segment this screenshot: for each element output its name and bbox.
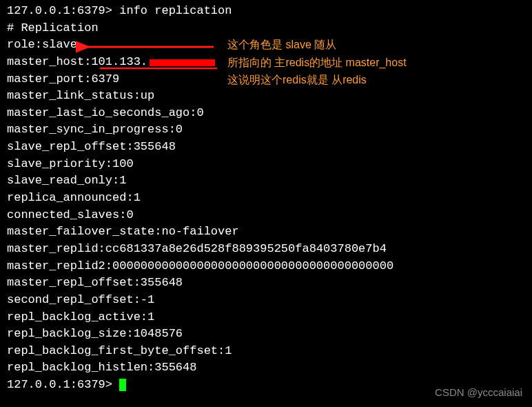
terminal-line: repl_backlog_first_byte_offset:1 [7,343,525,360]
command-text: info replication [119,4,232,17]
prompt: 127.0.0.1:6379> [7,378,119,391]
annotation-line: 这说明这个redis就是 从redis [227,71,407,89]
terminal-line: repl_backlog_active:1 [7,309,525,326]
annotation-line: 所指向的 主redis的地址 master_host [227,54,407,72]
watermark-text: CSDN @ycccaiaiai [435,385,522,400]
terminal-line: master_replid:cc681337a8e26d528f88939525… [7,241,525,258]
terminal-line: master_sync_in_progress:0 [7,121,525,139]
terminal-line: master_replid2:0000000000000000000000000… [7,258,525,275]
terminal-header: # Replication [7,20,525,37]
terminal-line: repl_backlog_histlen:355648 [7,359,525,377]
terminal-line: slave_repl_offset:355648 [7,139,525,156]
terminal-line-command: 127.0.0.1:6379> info replication [7,3,525,20]
terminal-line: slave_priority:100 [7,156,525,173]
terminal-line: master_last_io_seconds_ago:0 [7,105,525,122]
terminal-line: repl_backlog_size:1048576 [7,326,525,343]
terminal-line: second_repl_offset:-1 [7,292,525,309]
annotation-text: 这个角色是 slave 随从 所指向的 主redis的地址 master_hos… [227,36,407,89]
cursor-icon [119,379,126,391]
terminal-line: master_repl_offset:355648 [7,275,525,292]
terminal-line: replica_announced:1 [7,190,525,207]
terminal-line: connected_slaves:0 [7,207,525,224]
terminal-line: master_failover_state:no-failover [7,224,525,241]
terminal-line: master_link_status:up [7,88,525,105]
prompt: 127.0.0.1:6379> [7,4,119,17]
terminal-line: slave_read_only:1 [7,172,525,190]
annotation-line: 这个角色是 slave 随从 [227,36,407,54]
